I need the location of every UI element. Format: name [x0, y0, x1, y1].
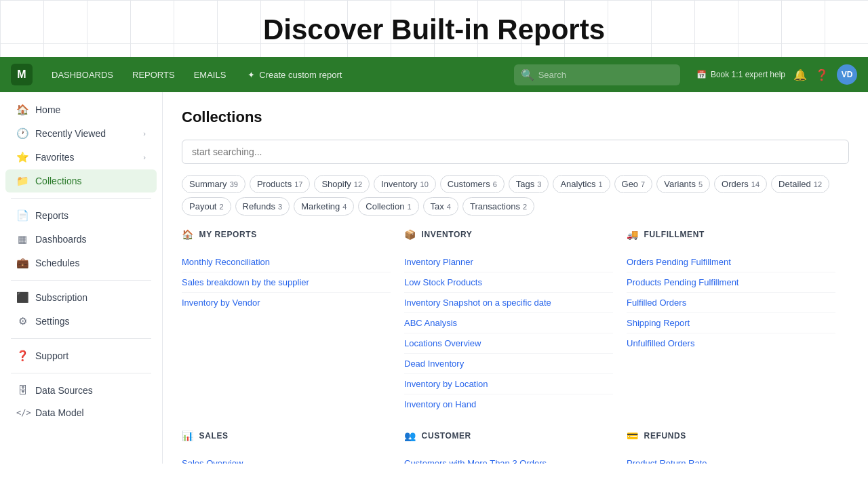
nav-emails[interactable]: EMAILS: [186, 66, 235, 84]
inventory-section: 📦 INVENTORY Inventory Planner Low Stock …: [404, 229, 627, 430]
sidebar-divider-3: [11, 338, 151, 339]
sidebar-recently-viewed-label: Recently Viewed: [35, 128, 106, 139]
sidebar-reports-label: Reports: [35, 210, 68, 221]
my-reports-section: 🏠 MY REPORTS Monthly Reconciliation Sale…: [182, 229, 404, 430]
customer-icon: 👥: [404, 430, 416, 441]
sidebar-item-dashboards[interactable]: ▦ Dashboards: [5, 228, 157, 251]
filter-tab-tags[interactable]: Tags 3: [509, 175, 549, 193]
filter-tab-payout[interactable]: Payout 2: [182, 197, 231, 216]
sparkle-icon: ✦: [248, 70, 255, 80]
orders-pending-fulfillment-link[interactable]: Orders Pending Fulfillment: [627, 252, 835, 272]
user-avatar[interactable]: VD: [837, 64, 857, 85]
sidebar-item-reports[interactable]: 📄 Reports: [5, 204, 157, 227]
home-icon: 🏠: [16, 104, 28, 116]
filter-tab-inventory[interactable]: Inventory 10: [374, 175, 436, 193]
filter-tab-summary[interactable]: Summary 39: [182, 175, 245, 193]
filter-tab-shopify[interactable]: Shopify 12: [314, 175, 370, 193]
collections-page-title: Collections: [182, 108, 849, 126]
collections-search-input[interactable]: [182, 140, 849, 164]
sidebar-divider-2: [11, 280, 151, 281]
my-reports-header: 🏠 MY REPORTS: [182, 229, 391, 244]
inventory-snapshot-link[interactable]: Inventory Snapshot on a specific date: [404, 293, 613, 313]
sidebar-item-schedules[interactable]: 💼 Schedules: [5, 251, 157, 274]
filter-tab-marketing[interactable]: Marketing 4: [294, 197, 354, 216]
product-return-rate-link[interactable]: Product Return Rate: [627, 453, 835, 464]
filter-tabs: Summary 39 Products 17 Shopify 12 Invent…: [182, 175, 849, 216]
help-button[interactable]: ❓: [815, 68, 829, 81]
filter-tab-products[interactable]: Products 17: [250, 175, 311, 193]
sidebar-item-home[interactable]: 🏠 Home: [5, 98, 157, 121]
filter-tab-detailed[interactable]: Detailed 12: [771, 175, 829, 193]
filter-tab-variants[interactable]: Variants 5: [656, 175, 710, 193]
sidebar-item-data-model[interactable]: </> Data Model: [5, 402, 157, 424]
nav-dashboards[interactable]: DASHBOARDS: [43, 66, 121, 84]
fulfillment-icon: 🚚: [627, 229, 639, 240]
code-icon: </>: [16, 408, 28, 418]
filter-tab-tax[interactable]: Tax 4: [423, 197, 458, 216]
sidebar-favorites-label: Favorites: [35, 152, 75, 163]
abc-analysis-link[interactable]: ABC Analysis: [404, 313, 613, 333]
filter-tab-analytics[interactable]: Analytics 1: [553, 175, 610, 193]
sidebar-item-collections[interactable]: 📁 Collections: [5, 169, 157, 192]
my-reports-icon: 🏠: [182, 229, 194, 240]
fulfillment-header: 🚚 FULFILLMENT: [627, 229, 835, 244]
inventory-planner-link[interactable]: Inventory Planner: [404, 252, 613, 272]
book-expert-button[interactable]: 📅 Book 1:1 expert help: [696, 70, 785, 79]
star-icon: ⭐: [16, 151, 28, 163]
fulfillment-section: 🚚 FULFILLMENT Orders Pending Fulfillment…: [627, 229, 849, 430]
products-pending-fulfillment-link[interactable]: Products Pending Fulfillment: [627, 272, 835, 293]
sales-breakdown-supplier-link[interactable]: Sales breakdown by the supplier: [182, 272, 391, 293]
unfulfilled-orders-link[interactable]: Unfulfilled Orders: [627, 333, 835, 353]
sales-overview-link[interactable]: Sales Overview: [182, 453, 391, 464]
filter-tab-refunds[interactable]: Refunds 3: [235, 197, 290, 216]
sidebar-support-label: Support: [35, 350, 68, 361]
search-input[interactable]: [538, 70, 673, 80]
filter-tab-transactions[interactable]: Transactions 2: [462, 197, 534, 216]
low-stock-products-link[interactable]: Low Stock Products: [404, 272, 613, 293]
sidebar-item-subscription[interactable]: ⬛ Subscription: [5, 286, 157, 309]
hero-title: Discover Built-in Reports: [0, 0, 868, 57]
sidebar-divider-1: [11, 198, 151, 199]
fulfilled-orders-link[interactable]: Fulfilled Orders: [627, 293, 835, 313]
nav-right-actions: 📅 Book 1:1 expert help 🔔 ❓ VD: [696, 64, 857, 85]
filter-tab-geo[interactable]: Geo 7: [614, 175, 653, 193]
sidebar-home-label: Home: [35, 104, 60, 115]
monthly-reconciliation-link[interactable]: Monthly Reconciliation: [182, 252, 391, 272]
calendar-icon: 📅: [696, 70, 707, 79]
refunds-section: 💳 REFUNDS Product Return Rate Refunds Re…: [627, 430, 849, 464]
locations-overview-link[interactable]: Locations Overview: [404, 333, 613, 354]
inventory-on-hand-link[interactable]: Inventory on Hand: [404, 394, 613, 414]
nav-logo[interactable]: M: [11, 64, 33, 85]
nav-search-box[interactable]: 🔍: [514, 64, 680, 85]
filter-tab-customers[interactable]: Customers 6: [440, 175, 505, 193]
main-content: Collections Summary 39 Products 17 Shopi…: [163, 92, 868, 464]
notifications-button[interactable]: 🔔: [793, 68, 807, 81]
sidebar-item-recently-viewed[interactable]: 🕐 Recently Viewed ›: [5, 122, 157, 145]
subscription-icon: ⬛: [16, 291, 28, 304]
customers-3-orders-link[interactable]: Customers with More Than 3 Orders: [404, 453, 613, 464]
filter-tab-orders[interactable]: Orders 14: [714, 175, 767, 193]
top-nav: M DASHBOARDS REPORTS EMAILS ✦ Create cus…: [0, 57, 868, 92]
sidebar-item-data-sources[interactable]: 🗄 Data Sources: [5, 379, 157, 401]
nav-reports[interactable]: REPORTS: [124, 66, 183, 84]
chevron-right-icon: ›: [143, 129, 146, 138]
dead-inventory-link[interactable]: Dead Inventory: [404, 354, 613, 374]
refunds-icon: 💳: [627, 430, 639, 441]
sidebar-item-settings[interactable]: ⚙ Settings: [5, 310, 157, 333]
database-icon: 🗄: [16, 384, 28, 396]
create-custom-report-button[interactable]: ✦ Create custom report: [239, 66, 350, 84]
support-icon: ❓: [16, 350, 28, 362]
sidebar-dashboards-label: Dashboards: [35, 234, 87, 245]
sales-icon: 📊: [182, 430, 194, 441]
filter-tab-collection[interactable]: Collection 1: [358, 197, 418, 216]
inventory-by-location-link[interactable]: Inventory by Location: [404, 374, 613, 394]
inventory-by-vendor-link[interactable]: Inventory by Vendor: [182, 293, 391, 312]
main-layout: 🏠 Home 🕐 Recently Viewed › ⭐ Favorites ›…: [0, 92, 868, 464]
clock-icon: 🕐: [16, 127, 28, 140]
shipping-report-link[interactable]: Shipping Report: [627, 313, 835, 333]
folder-icon: 📁: [16, 175, 28, 187]
sidebar: 🏠 Home 🕐 Recently Viewed › ⭐ Favorites ›…: [0, 92, 163, 464]
sidebar-item-support[interactable]: ❓ Support: [5, 344, 157, 367]
sidebar-data-model-label: Data Model: [35, 407, 84, 418]
sidebar-item-favorites[interactable]: ⭐ Favorites ›: [5, 146, 157, 169]
